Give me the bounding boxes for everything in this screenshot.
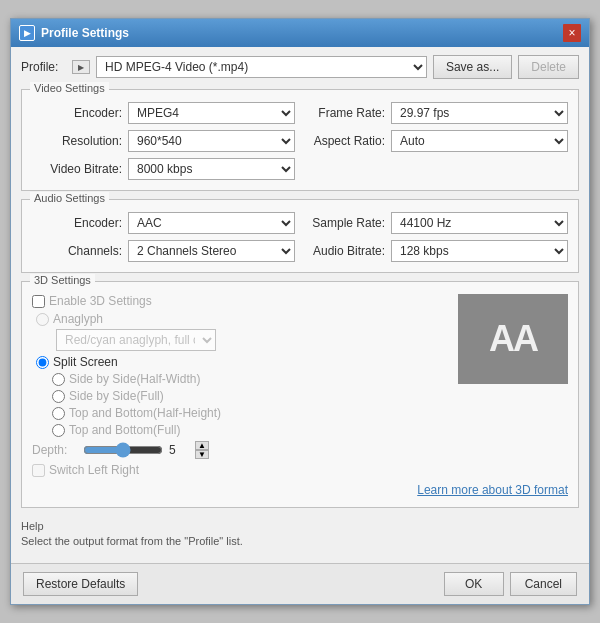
- top-half-row: Top and Bottom(Half-Height): [32, 406, 448, 420]
- video-settings-grid: Encoder: MPEG4 Frame Rate: 29.97 fps Res…: [32, 102, 568, 180]
- anaglyph-row: Anaglyph: [32, 312, 448, 326]
- top-half-label[interactable]: Top and Bottom(Half-Height): [69, 406, 221, 420]
- channels-label: Channels:: [32, 244, 122, 258]
- depth-row: Depth: 5 ▲ ▼: [32, 441, 448, 459]
- side-full-label[interactable]: Side by Side(Full): [69, 389, 164, 403]
- audio-settings-grid: Encoder: AAC Sample Rate: 44100 Hz Chann…: [32, 212, 568, 262]
- enable-3d-checkbox[interactable]: [32, 295, 45, 308]
- sample-rate-row: Sample Rate: 44100 Hz: [305, 212, 568, 234]
- audio-encoder-label: Encoder:: [32, 216, 122, 230]
- help-text: Select the output format from the "Profi…: [21, 535, 579, 547]
- profile-icon: ▶: [72, 60, 90, 74]
- anaglyph-type-row: Red/cyan anaglyph, full color: [32, 329, 448, 351]
- audio-bitrate-row: Audio Bitrate: 128 kbps: [305, 240, 568, 262]
- 3d-body: Enable 3D Settings Anaglyph Red/cyan ana…: [32, 294, 568, 481]
- top-half-radio[interactable]: [52, 407, 65, 420]
- footer-right: OK Cancel: [444, 572, 577, 596]
- help-title: Help: [21, 520, 579, 532]
- frame-rate-label: Frame Rate:: [305, 106, 385, 120]
- sample-rate-select[interactable]: 44100 Hz: [391, 212, 568, 234]
- top-full-label[interactable]: Top and Bottom(Full): [69, 423, 180, 437]
- delete-button[interactable]: Delete: [518, 55, 579, 79]
- switch-lr-label[interactable]: Switch Left Right: [49, 463, 139, 477]
- resolution-row: Resolution: 960*540: [32, 130, 295, 152]
- profile-select[interactable]: HD MPEG-4 Video (*.mp4): [96, 56, 427, 78]
- dialog-body: Profile: ▶ HD MPEG-4 Video (*.mp4) Save …: [11, 47, 589, 563]
- side-half-label[interactable]: Side by Side(Half-Width): [69, 372, 200, 386]
- depth-label: Depth:: [32, 443, 77, 457]
- video-bitrate-row: Video Bitrate: 8000 kbps: [32, 158, 295, 180]
- top-full-row: Top and Bottom(Full): [32, 423, 448, 437]
- audio-encoder-row: Encoder: AAC: [32, 212, 295, 234]
- dialog-footer: Restore Defaults OK Cancel: [11, 563, 589, 604]
- video-bitrate-label: Video Bitrate:: [32, 162, 122, 176]
- learn-more-row: Learn more about 3D format: [32, 483, 568, 497]
- help-section: Help Select the output format from the "…: [21, 516, 579, 555]
- 3d-right: AA: [458, 294, 568, 481]
- depth-down[interactable]: ▼: [195, 450, 209, 459]
- video-bitrate-select[interactable]: 8000 kbps: [128, 158, 295, 180]
- top-full-radio[interactable]: [52, 424, 65, 437]
- dialog-title: Profile Settings: [41, 26, 129, 40]
- side-full-row: Side by Side(Full): [32, 389, 448, 403]
- enable-3d-label[interactable]: Enable 3D Settings: [49, 294, 152, 308]
- preview-text: AA: [489, 318, 537, 360]
- audio-bitrate-label: Audio Bitrate:: [305, 244, 385, 258]
- frame-rate-row: Frame Rate: 29.97 fps: [305, 102, 568, 124]
- side-half-radio[interactable]: [52, 373, 65, 386]
- switch-lr-checkbox[interactable]: [32, 464, 45, 477]
- side-full-radio[interactable]: [52, 390, 65, 403]
- depth-value: 5: [169, 443, 189, 457]
- resolution-label: Resolution:: [32, 134, 122, 148]
- enable-3d-row: Enable 3D Settings: [32, 294, 448, 308]
- split-screen-radio[interactable]: [36, 356, 49, 369]
- cancel-button[interactable]: Cancel: [510, 572, 577, 596]
- app-icon: ▶: [19, 25, 35, 41]
- 3d-settings-title: 3D Settings: [30, 274, 95, 286]
- sample-rate-label: Sample Rate:: [305, 216, 385, 230]
- title-bar-left: ▶ Profile Settings: [19, 25, 129, 41]
- audio-encoder-select[interactable]: AAC: [128, 212, 295, 234]
- title-bar: ▶ Profile Settings ×: [11, 19, 589, 47]
- profile-label: Profile:: [21, 60, 66, 74]
- split-screen-label[interactable]: Split Screen: [53, 355, 118, 369]
- video-settings-section: Video Settings Encoder: MPEG4 Frame Rate…: [21, 89, 579, 191]
- save-as-button[interactable]: Save as...: [433, 55, 512, 79]
- side-half-row: Side by Side(Half-Width): [32, 372, 448, 386]
- anaglyph-label[interactable]: Anaglyph: [53, 312, 103, 326]
- switch-lr-row: Switch Left Right: [32, 463, 448, 477]
- depth-up[interactable]: ▲: [195, 441, 209, 450]
- profile-row: Profile: ▶ HD MPEG-4 Video (*.mp4) Save …: [21, 55, 579, 79]
- video-settings-title: Video Settings: [30, 82, 109, 94]
- 3d-settings-section: 3D Settings Enable 3D Settings Anaglyph …: [21, 281, 579, 508]
- anaglyph-radio[interactable]: [36, 313, 49, 326]
- ok-button[interactable]: OK: [444, 572, 504, 596]
- aspect-ratio-row: Aspect Ratio: Auto: [305, 130, 568, 152]
- resolution-select[interactable]: 960*540: [128, 130, 295, 152]
- encoder-label: Encoder:: [32, 106, 122, 120]
- aspect-ratio-label: Aspect Ratio:: [305, 134, 385, 148]
- split-screen-row: Split Screen: [32, 355, 448, 369]
- encoder-select[interactable]: MPEG4: [128, 102, 295, 124]
- audio-settings-section: Audio Settings Encoder: AAC Sample Rate:…: [21, 199, 579, 273]
- channels-select[interactable]: 2 Channels Stereo: [128, 240, 295, 262]
- restore-defaults-button[interactable]: Restore Defaults: [23, 572, 138, 596]
- learn-more-link[interactable]: Learn more about 3D format: [417, 483, 568, 497]
- channels-row: Channels: 2 Channels Stereo: [32, 240, 295, 262]
- audio-settings-title: Audio Settings: [30, 192, 109, 204]
- depth-spinner[interactable]: ▲ ▼: [195, 441, 209, 459]
- encoder-row: Encoder: MPEG4: [32, 102, 295, 124]
- audio-bitrate-select[interactable]: 128 kbps: [391, 240, 568, 262]
- close-button[interactable]: ×: [563, 24, 581, 42]
- 3d-preview-box: AA: [458, 294, 568, 384]
- depth-slider[interactable]: [83, 442, 163, 458]
- anaglyph-type-select[interactable]: Red/cyan anaglyph, full color: [56, 329, 216, 351]
- frame-rate-select[interactable]: 29.97 fps: [391, 102, 568, 124]
- 3d-left: Enable 3D Settings Anaglyph Red/cyan ana…: [32, 294, 448, 481]
- profile-settings-dialog: ▶ Profile Settings × Profile: ▶ HD MPEG-…: [10, 18, 590, 605]
- aspect-ratio-select[interactable]: Auto: [391, 130, 568, 152]
